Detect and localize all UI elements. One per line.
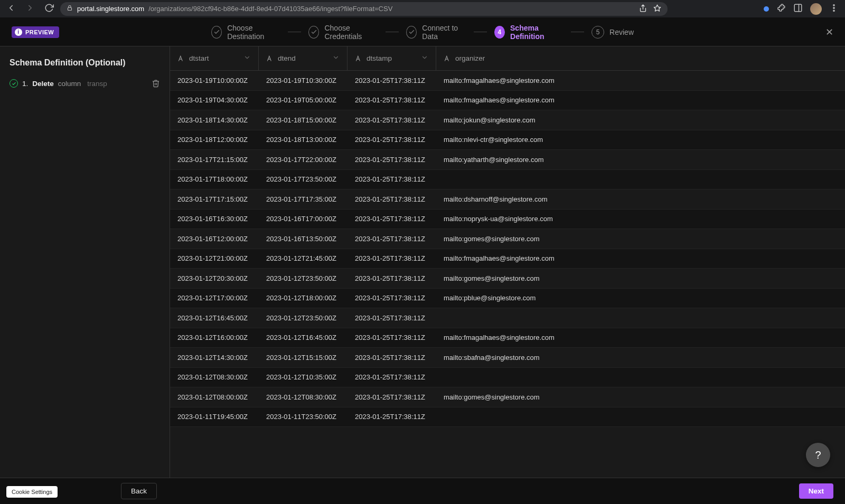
table-row[interactable]: 2023-01-12T20:30:00Z2023-01-12T23:50:00Z… <box>170 269 845 289</box>
info-icon: i <box>15 28 22 36</box>
kebab-icon[interactable] <box>829 3 839 14</box>
svg-point-6 <box>833 7 834 8</box>
cell-dtend: 2023-01-18T15:00:00Z <box>259 116 348 124</box>
trash-icon[interactable] <box>152 79 160 88</box>
cell-dtstart: 2023-01-12T17:00:00Z <box>170 294 259 302</box>
text-type-icon <box>444 55 451 62</box>
cell-organizer: mailto:dsharnoff@singlestore.com <box>436 195 845 203</box>
table-row[interactable]: 2023-01-12T14:30:00Z2023-01-12T15:15:00Z… <box>170 348 845 368</box>
chevron-down-icon[interactable] <box>421 54 428 63</box>
back-button[interactable]: Back <box>121 483 157 499</box>
help-fab[interactable]: ? <box>806 443 830 467</box>
text-type-icon <box>177 55 185 62</box>
action-row[interactable]: 1. Delete column transp <box>10 79 160 88</box>
cell-organizer: mailto:gomes@singlestore.com <box>436 393 845 401</box>
cell-dtend: 2023-01-19T05:00:00Z <box>259 96 348 104</box>
wizard-header: i PREVIEW Choose Destination Choose Cred… <box>0 18 845 46</box>
table-body[interactable]: 2023-01-19T10:00:00Z2023-01-19T10:30:00Z… <box>170 71 845 478</box>
action-noun: column <box>58 80 81 88</box>
step-separator <box>474 32 487 33</box>
cell-organizer: mailto:fmagalhaes@singlestore.com <box>436 77 845 84</box>
cell-dtend: 2023-01-12T10:35:00Z <box>259 373 348 381</box>
step-connect[interactable]: Connect to Data <box>406 24 466 41</box>
column-header-dtstart[interactable]: dtstart <box>170 46 259 70</box>
cell-dtstart: 2023-01-16T16:30:00Z <box>170 215 259 223</box>
nav-back-icon[interactable] <box>6 3 16 14</box>
table-row[interactable]: 2023-01-19T10:00:00Z2023-01-19T10:30:00Z… <box>170 71 845 91</box>
panel-title: Schema Definition (Optional) <box>10 58 160 68</box>
table-row[interactable]: 2023-01-16T12:00:00Z2023-01-16T13:50:00Z… <box>170 229 845 249</box>
cookie-settings-button[interactable]: Cookie Settings <box>6 486 58 498</box>
browser-chrome: portal.singlestore.com/organizations/982… <box>0 0 845 18</box>
text-type-icon <box>266 55 274 62</box>
col-label: dtstart <box>189 54 209 62</box>
step-label: Review <box>609 28 634 36</box>
table-row[interactable]: 2023-01-12T21:00:00Z2023-01-12T21:45:00Z… <box>170 249 845 269</box>
check-icon <box>406 26 417 39</box>
cell-dtstart: 2023-01-17T17:15:00Z <box>170 195 259 203</box>
table-row[interactable]: 2023-01-12T08:00:00Z2023-01-12T08:30:00Z… <box>170 387 845 407</box>
table-row[interactable]: 2023-01-12T08:30:00Z2023-01-12T10:35:00Z… <box>170 368 845 388</box>
table-row[interactable]: 2023-01-11T19:45:00Z2023-01-11T23:50:00Z… <box>170 407 845 427</box>
cell-dtstart: 2023-01-12T20:30:00Z <box>170 274 259 282</box>
extensions-icon[interactable] <box>776 3 786 14</box>
cell-organizer: mailto:fmagalhaes@singlestore.com <box>436 334 845 341</box>
cell-dtstart: 2023-01-11T19:45:00Z <box>170 413 259 421</box>
step-credentials[interactable]: Choose Credentials <box>308 24 378 41</box>
preview-label: PREVIEW <box>25 29 54 35</box>
table-row[interactable]: 2023-01-17T17:15:00Z2023-01-17T17:35:00Z… <box>170 189 845 210</box>
table-row[interactable]: 2023-01-17T18:00:00Z2023-01-17T23:50:00Z… <box>170 170 845 190</box>
preview-table: dtstart dtend dtstamp organizer 2023-01-… <box>170 46 845 478</box>
close-icon[interactable]: ✕ <box>825 26 833 38</box>
cell-organizer: mailto:gomes@singlestore.com <box>436 235 845 243</box>
avatar[interactable] <box>810 3 822 15</box>
chevron-down-icon[interactable] <box>332 54 340 63</box>
cell-dtend: 2023-01-11T23:50:00Z <box>259 413 348 421</box>
cell-dtstart: 2023-01-12T16:00:00Z <box>170 334 259 341</box>
cell-dtend: 2023-01-12T18:00:00Z <box>259 294 348 302</box>
cell-dtstart: 2023-01-17T18:00:00Z <box>170 175 259 183</box>
cell-dtstamp: 2023-01-25T17:38:11Z <box>348 116 436 124</box>
cell-dtstamp: 2023-01-25T17:38:11Z <box>348 354 436 362</box>
cell-organizer: mailto:yatharth@singlestore.com <box>436 156 845 164</box>
star-icon[interactable] <box>653 4 661 14</box>
table-row[interactable]: 2023-01-18T14:30:00Z2023-01-18T15:00:00Z… <box>170 110 845 130</box>
table-row[interactable]: 2023-01-19T04:30:00Z2023-01-19T05:00:00Z… <box>170 91 845 111</box>
panel-icon[interactable] <box>793 3 803 14</box>
step-review[interactable]: 5 Review <box>592 26 634 39</box>
recording-icon[interactable] <box>764 6 769 12</box>
cell-dtend: 2023-01-17T17:35:00Z <box>259 195 348 203</box>
table-row[interactable]: 2023-01-12T16:45:00Z2023-01-12T23:50:00Z… <box>170 308 845 328</box>
wizard-footer: Back Next <box>0 478 845 504</box>
url-bar[interactable]: portal.singlestore.com/organizations/982… <box>60 2 668 16</box>
table-row[interactable]: 2023-01-16T16:30:00Z2023-01-16T17:00:00Z… <box>170 210 845 230</box>
column-header-dtend[interactable]: dtend <box>259 46 348 70</box>
svg-rect-0 <box>68 8 72 11</box>
reload-icon[interactable] <box>44 3 54 14</box>
stepper: Choose Destination Choose Credentials Co… <box>211 24 634 41</box>
cell-dtend: 2023-01-19T10:30:00Z <box>259 77 348 84</box>
col-label: organizer <box>455 54 485 62</box>
step-label: Connect to Data <box>422 24 466 41</box>
step-destination[interactable]: Choose Destination <box>211 24 280 41</box>
chevron-down-icon[interactable] <box>243 54 251 63</box>
cell-dtstamp: 2023-01-25T17:38:11Z <box>348 334 436 341</box>
share-icon[interactable] <box>639 4 647 14</box>
cell-dtstamp: 2023-01-25T17:38:11Z <box>348 156 436 164</box>
svg-point-7 <box>833 10 834 11</box>
nav-forward-icon[interactable] <box>25 3 35 14</box>
step-schema[interactable]: 4 Schema Definition <box>494 24 564 41</box>
cell-dtend: 2023-01-12T21:45:00Z <box>259 254 348 262</box>
step-label: Choose Destination <box>227 24 280 41</box>
table-row[interactable]: 2023-01-17T21:15:00Z2023-01-17T22:00:00Z… <box>170 150 845 170</box>
cell-dtend: 2023-01-17T22:00:00Z <box>259 156 348 164</box>
step-number: 5 <box>592 26 604 39</box>
column-header-dtstamp[interactable]: dtstamp <box>348 46 436 70</box>
column-header-organizer[interactable]: organizer <box>436 46 845 70</box>
table-row[interactable]: 2023-01-12T16:00:00Z2023-01-12T16:45:00Z… <box>170 328 845 348</box>
table-row[interactable]: 2023-01-18T12:00:00Z2023-01-18T13:00:00Z… <box>170 130 845 150</box>
table-row[interactable]: 2023-01-12T17:00:00Z2023-01-12T18:00:00Z… <box>170 289 845 309</box>
next-button[interactable]: Next <box>799 483 833 499</box>
action-verb: Delete <box>32 80 54 88</box>
cell-dtend: 2023-01-12T15:15:00Z <box>259 354 348 362</box>
